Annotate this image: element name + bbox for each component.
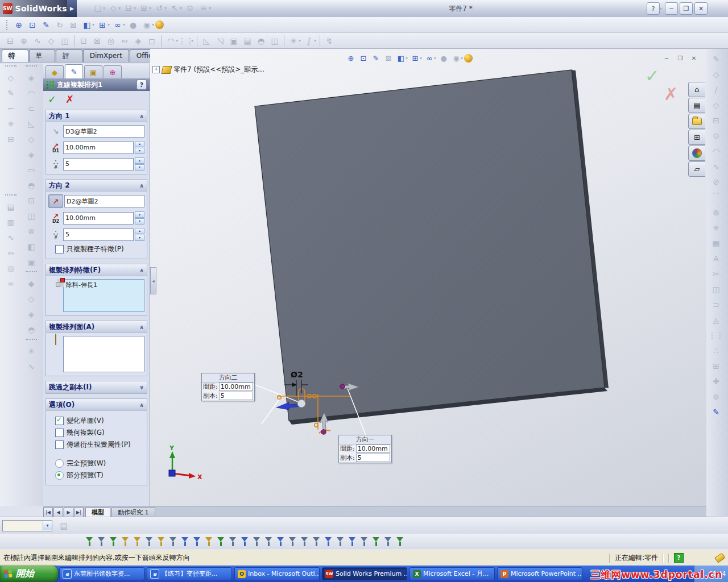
zoom-in-out-icon[interactable]: ⊕: [12, 19, 26, 31]
quick-snaps-icon[interactable]: ⊚: [709, 389, 723, 404]
sheetmetal-lofted-icon[interactable]: ◓: [24, 177, 39, 193]
filter-weld-symbols-icon[interactable]: [335, 536, 347, 547]
sketch-tool-icon-1[interactable]: ◇: [3, 70, 18, 85]
custom-properties-tab[interactable]: ▱: [688, 161, 705, 177]
confirm-ok-icon[interactable]: ✓: [645, 66, 659, 86]
combo-dropdown-icon[interactable]: ▾: [43, 521, 52, 530]
collapse-chevron-icon[interactable]: ∧: [139, 267, 144, 273]
taskbar-item-solidworks[interactable]: SW Solid Works Premium ...: [322, 567, 407, 580]
move-entities-icon[interactable]: ∴: [709, 343, 723, 358]
direction1-spacing-field[interactable]: 10.00mm: [63, 142, 134, 154]
swept-cut-icon[interactable]: ∾: [118, 35, 131, 47]
pin-icon[interactable]: ⊙: [183, 2, 197, 14]
offset-entities-icon[interactable]: ⊃: [709, 297, 723, 312]
quick-tips-icon[interactable]: ?: [674, 553, 684, 563]
diameter-dimension-label[interactable]: Ø2: [291, 370, 303, 379]
pm-cancel-button[interactable]: ✗: [65, 93, 74, 105]
fillet-sketch-icon[interactable]: ⌒: [709, 189, 723, 205]
pattern-origin-handle[interactable]: [297, 400, 305, 408]
dome-icon[interactable]: ◓: [254, 35, 268, 47]
filter-notes-icon[interactable]: [275, 536, 287, 547]
spin-down-icon[interactable]: ▾: [135, 164, 144, 171]
geometry-pattern-checkbox[interactable]: [55, 429, 64, 437]
curve-tool-icon-1[interactable]: ∿: [3, 230, 18, 245]
tab-evaluate[interactable]: 評估: [56, 49, 82, 62]
text-icon[interactable]: A: [709, 251, 723, 266]
instances-to-skip-header[interactable]: 跳過之副本(I)∨: [46, 381, 147, 393]
spin-down-icon[interactable]: ▾: [135, 218, 144, 225]
direction2-header[interactable]: 方向 2∧: [46, 180, 147, 192]
ellipse-icon[interactable]: ⊘: [709, 174, 723, 189]
partial-preview-radio[interactable]: [55, 471, 64, 480]
direction1-callout[interactable]: 方向一 間距: 10.00mm 副本: 5: [338, 435, 392, 463]
point-icon[interactable]: ✳: [709, 220, 723, 235]
spin-up-icon[interactable]: ▴: [135, 228, 144, 234]
wrap-icon[interactable]: ▤: [241, 35, 254, 47]
model-tab[interactable]: 模型: [85, 508, 110, 517]
filter-sketch-points-icon[interactable]: [168, 536, 180, 547]
collapse-chevron-icon[interactable]: ∧: [139, 324, 144, 330]
direction2-reverse-button[interactable]: ↗: [48, 194, 63, 208]
restore-button[interactable]: ❒: [680, 2, 693, 15]
repair-sketch-icon[interactable]: ✚: [709, 373, 723, 389]
taskbar-item-powerpoint[interactable]: P Microsoft PowerPoint ...: [497, 567, 582, 580]
sheetmetal-tab-icon[interactable]: ◇: [24, 131, 39, 147]
draft-icon[interactable]: ◹: [213, 35, 227, 47]
filter-solid-bodies-icon[interactable]: [132, 536, 144, 547]
feature-tree-root[interactable]: + 零件7 (預設<<預設>_顯示...: [152, 65, 264, 74]
propagate-visual-checkbox[interactable]: [55, 440, 64, 449]
pattern-seed-only-checkbox[interactable]: [55, 245, 64, 253]
filter-routing-points-icon[interactable]: [383, 536, 395, 547]
features-to-pattern-header[interactable]: 複製排列特徵(F)∧: [46, 264, 147, 276]
instances-value[interactable]: 5: [356, 454, 390, 462]
filter-cosmetic-threads-icon[interactable]: [359, 536, 371, 547]
direction2-reference-field[interactable]: D2@草圖2: [64, 195, 144, 207]
taskbar-item-ie-exercise[interactable]: e 【练习】变径变距...: [147, 567, 232, 580]
motion-study-tab[interactable]: 動作研究 1: [111, 508, 155, 517]
minimize-button[interactable]: ─: [665, 2, 678, 15]
options-header[interactable]: 選項(O)∧: [46, 399, 147, 411]
surface-tool-icon-2[interactable]: ▥: [3, 214, 18, 230]
tag-icon[interactable]: [714, 552, 725, 563]
doc-minimize-button[interactable]: ─: [661, 54, 672, 63]
full-preview-radio[interactable]: [55, 459, 64, 468]
filter-axes-icon[interactable]: [144, 536, 156, 547]
route-tool-icon[interactable]: ⌐: [3, 101, 18, 116]
pm-help-button[interactable]: ?: [136, 80, 147, 90]
spacing-value[interactable]: 10.00mm: [356, 444, 390, 453]
next-tab-button[interactable]: ▶: [64, 508, 73, 517]
filter-annotations-icon[interactable]: [263, 536, 275, 547]
zoom-area-icon[interactable]: ⊡: [26, 19, 39, 31]
surface-tool-icon-1[interactable]: ▤: [3, 199, 18, 214]
doc-close-button[interactable]: ✕: [689, 54, 699, 63]
filter-balloons-icon[interactable]: [287, 536, 299, 547]
instances-value[interactable]: 5: [219, 392, 253, 400]
sketch-tool-icon-2[interactable]: ✎: [3, 85, 18, 101]
featuremanager-tree-tab[interactable]: ◆: [46, 65, 64, 78]
direction2-callout[interactable]: 方向二 間距: 10.00mm 副本: 5: [201, 373, 255, 401]
sheetmetal-flatten-icon[interactable]: ◧: [24, 239, 39, 254]
direction1-count-field[interactable]: 5: [63, 158, 134, 171]
spin-up-icon[interactable]: ▴: [135, 141, 144, 147]
revolved-cut-icon[interactable]: ◎: [104, 35, 118, 47]
sheetmetal-hem-icon[interactable]: ◈: [24, 147, 39, 162]
filter-datum-targets-icon[interactable]: [347, 536, 359, 547]
filter-connection-points-icon[interactable]: [371, 536, 383, 547]
centerline-icon[interactable]: ▦: [709, 235, 723, 251]
direction1-reference-field[interactable]: D3@草圖2: [63, 125, 144, 138]
direction2-count-field[interactable]: 5: [63, 228, 134, 241]
mold-tool-icon-4[interactable]: ◓: [24, 322, 39, 337]
filter-surface-bodies-icon[interactable]: [251, 536, 263, 547]
filter-sketch-segments-icon[interactable]: [192, 536, 204, 547]
curve-tool-icon-2[interactable]: ∾: [3, 245, 18, 260]
propertymanager-tab[interactable]: ✎: [65, 64, 83, 78]
taskbar-item-excel[interactable]: X Microsoft Excel - 月...: [410, 567, 495, 580]
design-library-tab[interactable]: ▤: [688, 98, 705, 113]
solidworks-logo[interactable]: SW SolidWorks: [0, 0, 67, 17]
filter-faces-icon[interactable]: [120, 536, 132, 547]
faces-to-pattern-header[interactable]: 複製排列面(A)∧: [46, 321, 147, 333]
instant3d-icon[interactable]: ↯: [322, 35, 336, 47]
circle-icon[interactable]: ⊙: [709, 128, 723, 143]
spin-up-icon[interactable]: ▴: [135, 211, 144, 218]
shadow-icon[interactable]: ●: [437, 52, 450, 64]
